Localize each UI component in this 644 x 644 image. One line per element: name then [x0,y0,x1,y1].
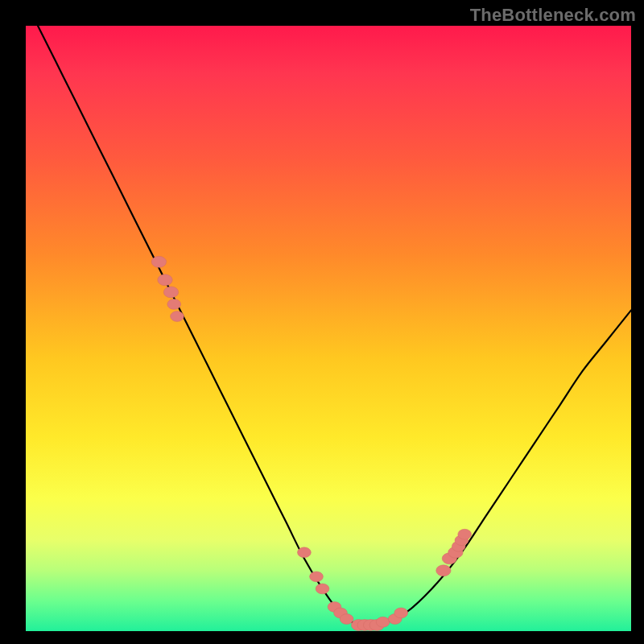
curve-marker [158,275,172,286]
plot-area [26,26,631,631]
curve-marker [316,584,329,594]
curve-marker [167,299,181,310]
curve-marker [310,572,324,582]
chart-frame: TheBottleneck.com [0,0,644,644]
curve-markers [151,256,471,630]
curve-marker [171,312,184,322]
curve-marker [298,547,312,558]
bottleneck-curve [38,26,631,626]
curve-marker [340,614,353,625]
curve-marker [376,617,390,627]
curve-marker [163,287,178,298]
chart-svg [26,26,631,631]
watermark-label: TheBottleneck.com [470,5,636,26]
curve-marker [458,529,472,539]
curve-marker [436,565,451,576]
curve-marker [151,256,166,267]
curve-marker [394,608,408,618]
